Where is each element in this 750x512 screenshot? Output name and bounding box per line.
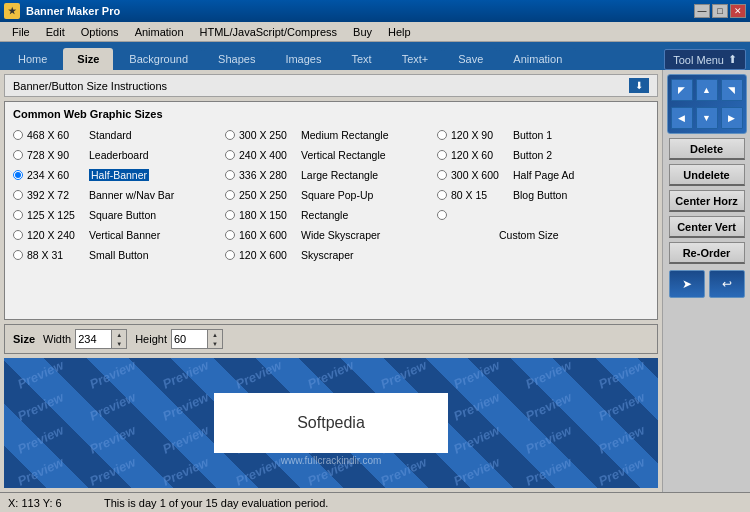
height-input[interactable]: [172, 330, 207, 348]
width-up-arrow[interactable]: ▲: [112, 330, 126, 339]
tool-menu-button[interactable]: Tool Menu ⬆: [664, 49, 746, 70]
tab-home[interactable]: Home: [4, 48, 61, 70]
banner-instructions-label: Banner/Button Size Instructions: [13, 80, 167, 92]
banner-instructions-bar: Banner/Button Size Instructions ⬇: [4, 74, 658, 97]
size-radio-468x60[interactable]: [13, 130, 23, 140]
size-radio-empty1[interactable]: [437, 210, 447, 220]
tab-text[interactable]: Text: [337, 48, 385, 70]
center-horz-button[interactable]: Center Horz: [669, 190, 745, 212]
back-button[interactable]: ↩: [709, 270, 745, 298]
menu-buy[interactable]: Buy: [345, 24, 380, 40]
size-column-2: 300 X 250 Medium Rectangle 240 X 400 Ver…: [225, 126, 437, 264]
app-title: Banner Maker Pro: [26, 5, 694, 17]
nav-left[interactable]: ◀: [671, 107, 693, 129]
tab-shapes[interactable]: Shapes: [204, 48, 269, 70]
height-up-arrow[interactable]: ▲: [208, 330, 222, 339]
nav-up[interactable]: ▲: [696, 79, 718, 101]
nav-right[interactable]: ▶: [721, 107, 743, 129]
tool-menu-icon: ⬆: [728, 53, 737, 66]
size-row-empty1: [437, 206, 649, 224]
size-radio-120x60[interactable]: [437, 150, 447, 160]
maximize-button[interactable]: □: [712, 4, 728, 18]
size-radio-300x600[interactable]: [437, 170, 447, 180]
sizes-grid: 468 X 60 Standard 728 X 90 Leaderboard 2…: [13, 126, 649, 264]
size-radio-250x250[interactable]: [225, 190, 235, 200]
size-label: Size: [13, 333, 35, 345]
size-radio-80x15[interactable]: [437, 190, 447, 200]
size-row-300x250: 300 X 250 Medium Rectangle: [225, 126, 437, 144]
width-down-arrow[interactable]: ▼: [112, 339, 126, 348]
size-radio-160x600[interactable]: [225, 230, 235, 240]
size-radio-392x72[interactable]: [13, 190, 23, 200]
size-row-728x90: 728 X 90 Leaderboard: [13, 146, 225, 164]
center-panel: Banner/Button Size Instructions ⬇ Common…: [0, 70, 662, 492]
menu-help[interactable]: Help: [380, 24, 419, 40]
width-input[interactable]: [76, 330, 111, 348]
size-row-240x400: 240 X 400 Vertical Rectangle: [225, 146, 437, 164]
size-row-125x125: 125 X 125 Square Button: [13, 206, 225, 224]
size-radio-88x31[interactable]: [13, 250, 23, 260]
minimize-button[interactable]: —: [694, 4, 710, 18]
size-row-120x60: 120 X 60 Button 2: [437, 146, 649, 164]
main-area: Banner/Button Size Instructions ⬇ Common…: [0, 70, 750, 492]
undelete-button[interactable]: Undelete: [669, 164, 745, 186]
banner-instructions-icon[interactable]: ⬇: [629, 78, 649, 93]
width-label: Width: [43, 333, 71, 345]
center-vert-button[interactable]: Center Vert: [669, 216, 745, 238]
size-row-336x280: 336 X 280 Large Rectangle: [225, 166, 437, 184]
window-controls: — □ ✕: [694, 4, 746, 18]
size-row-88x31: 88 X 31 Small Button: [13, 246, 225, 264]
size-radio-728x90[interactable]: [13, 150, 23, 160]
size-radio-300x250[interactable]: [225, 130, 235, 140]
size-row-180x150: 180 X 150 Rectangle: [225, 206, 437, 224]
size-radio-125x125[interactable]: [13, 210, 23, 220]
menu-edit[interactable]: Edit: [38, 24, 73, 40]
tab-textplus[interactable]: Text+: [388, 48, 443, 70]
tab-animation[interactable]: Animation: [499, 48, 576, 70]
nav-arrows: ◤ ▲ ◥ ◀ ▼ ▶: [667, 74, 747, 134]
size-row-234x60: 234 X 60 Half-Banner: [13, 166, 225, 184]
reorder-button[interactable]: Re-Order: [669, 242, 745, 264]
size-radio-180x150[interactable]: [225, 210, 235, 220]
menubar: File Edit Options Animation HTML/JavaScr…: [0, 22, 750, 42]
menu-options[interactable]: Options: [73, 24, 127, 40]
height-field-group: Height ▲ ▼: [135, 329, 223, 349]
size-radio-120x90[interactable]: [437, 130, 447, 140]
app-icon: ★: [4, 3, 20, 19]
tab-size[interactable]: Size: [63, 48, 113, 70]
tab-save[interactable]: Save: [444, 48, 497, 70]
size-radio-240x400[interactable]: [225, 150, 235, 160]
status-message: This is day 1 of your 15 day evaluation …: [104, 497, 742, 509]
forward-back-buttons: ➤ ↩: [669, 270, 745, 298]
size-row-120x600: 120 X 600 Skyscraper: [225, 246, 437, 264]
nav-up-right[interactable]: ◥: [721, 79, 743, 101]
banner-canvas: Softpedia: [214, 393, 448, 453]
tab-images[interactable]: Images: [271, 48, 335, 70]
nav-up-left[interactable]: ◤: [671, 79, 693, 101]
size-radio-120x600[interactable]: [225, 250, 235, 260]
size-radio-120x240[interactable]: [13, 230, 23, 240]
sizes-box: Common Web Graphic Sizes 468 X 60 Standa…: [4, 101, 658, 320]
width-spinbox: ▲ ▼: [75, 329, 127, 349]
size-input-area: Size Width ▲ ▼ Height ▲ ▼: [4, 324, 658, 354]
nav-down[interactable]: ▼: [696, 107, 718, 129]
size-row-120x240: 120 X 240 Vertical Banner: [13, 226, 225, 244]
statusbar: X: 113 Y: 6 This is day 1 of your 15 day…: [0, 492, 750, 512]
right-panel: ◤ ▲ ◥ ◀ ▼ ▶ Delete Undelete Center Horz …: [662, 70, 750, 492]
size-row-392x72: 392 X 72 Banner w/Nav Bar: [13, 186, 225, 204]
close-button[interactable]: ✕: [730, 4, 746, 18]
delete-button[interactable]: Delete: [669, 138, 745, 160]
size-column-1: 468 X 60 Standard 728 X 90 Leaderboard 2…: [13, 126, 225, 264]
tab-background[interactable]: Background: [115, 48, 202, 70]
size-column-3: 120 X 90 Button 1 120 X 60 Button 2 300 …: [437, 126, 649, 264]
menu-html[interactable]: HTML/JavaScript/Compress: [192, 24, 346, 40]
forward-button[interactable]: ➤: [669, 270, 705, 298]
menu-animation[interactable]: Animation: [127, 24, 192, 40]
size-radio-234x60[interactable]: [13, 170, 23, 180]
size-radio-336x280[interactable]: [225, 170, 235, 180]
size-row-custom: Custom Size: [437, 226, 649, 244]
menu-file[interactable]: File: [4, 24, 38, 40]
coords-display: X: 113 Y: 6: [8, 497, 88, 509]
height-down-arrow[interactable]: ▼: [208, 339, 222, 348]
preview-area: Preview Preview Preview Preview Preview …: [4, 358, 658, 488]
